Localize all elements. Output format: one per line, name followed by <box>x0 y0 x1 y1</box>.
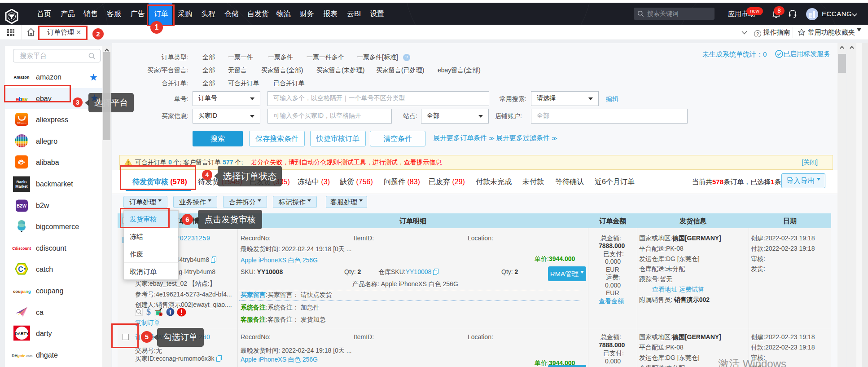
svg-text:!: ! <box>180 309 182 316</box>
svg-text:AliExpress: AliExpress <box>17 122 27 124</box>
svg-text:DARTY: DARTY <box>15 331 29 336</box>
svg-text:C: C <box>18 265 23 273</box>
svg-text:$: $ <box>146 308 151 316</box>
svg-text:i: i <box>169 309 171 316</box>
